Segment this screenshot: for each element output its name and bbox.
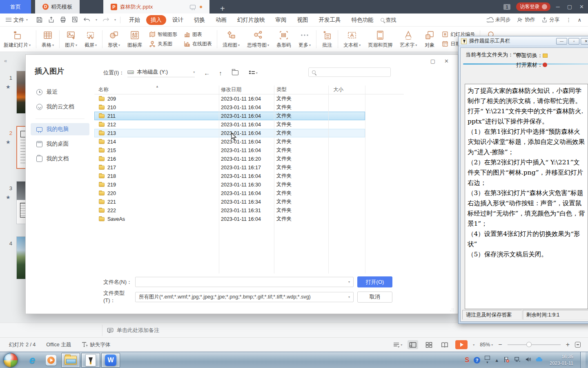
cancel-button[interactable]: 取消 [357, 292, 392, 303]
tab-document[interactable]: P 森林防火.pptx [103, 0, 209, 13]
word-art-button[interactable]: 艺术字▾ [396, 28, 421, 51]
wps-taskbar-button[interactable]: W [101, 353, 120, 368]
open-material-label[interactable]: 打开素材： [516, 62, 547, 68]
table-row[interactable]: 219 2023-01-11 16:30 文件夹 [94, 180, 365, 189]
panel-restore-button[interactable]: ▫ [568, 38, 579, 45]
dialog-resize-handle[interactable]: .:: [450, 307, 454, 312]
slide-thumbnail-item[interactable]: 4 ★ [0, 236, 25, 279]
media-player-icon[interactable] [42, 352, 60, 368]
flowchart-button[interactable]: 流程图▾ [219, 28, 243, 51]
print-preview-button[interactable] [71, 16, 78, 23]
slide-thumbnail[interactable] [16, 126, 25, 169]
dialog-sidebar-item[interactable]: 我的桌面 [31, 138, 89, 150]
save-button[interactable] [36, 16, 43, 23]
more-commands-caret[interactable]: ▾ [114, 18, 116, 22]
comment-button[interactable]: 批注 [318, 28, 336, 51]
missing-font-button[interactable]: 缺失字体 [82, 341, 110, 348]
online-chart-button[interactable]: 在线图表 [184, 40, 212, 47]
panel-minimize-button[interactable]: — [556, 38, 567, 45]
table-row[interactable]: 215 2023-01-11 16:04 文件夹 [94, 146, 365, 155]
share-button[interactable]: 分享 [541, 16, 559, 23]
volume-tray-icon[interactable] [525, 357, 531, 364]
table-row[interactable]: 217 2023-01-11 16:17 文件夹 [94, 163, 365, 172]
fit-slide-button[interactable] [575, 342, 581, 348]
task-helper-titlebar[interactable]: 操作题提示工具栏 — ▫ ✕ [459, 36, 588, 46]
barcode-button[interactable]: 条形码 [273, 28, 295, 51]
present-monitor-icon[interactable] [190, 5, 196, 9]
panel-close-button[interactable]: ✕ [581, 38, 588, 45]
new-tab-button[interactable]: + [220, 4, 225, 13]
action-center-flag-icon[interactable] [503, 357, 510, 364]
output-button[interactable] [48, 16, 55, 23]
dialog-sidebar-item[interactable]: 我的文档 [31, 153, 89, 165]
ribbon-tab[interactable]: 审阅 [271, 15, 291, 25]
view-reading-button[interactable] [439, 340, 450, 349]
dialog-maximize-button[interactable]: ▢ [430, 58, 435, 64]
zoom-slider-knob[interactable] [526, 342, 532, 347]
maximize-button[interactable]: ▢ [567, 4, 572, 10]
view-mode-button[interactable]: ▾ [249, 70, 258, 75]
filename-input[interactable]: ▾ [135, 277, 354, 287]
table-button[interactable]: 表格▾ [38, 28, 58, 51]
tab-home[interactable]: 首页 [0, 0, 31, 13]
guest-login-button[interactable]: 访客登录 [516, 2, 550, 11]
new-slide-button[interactable]: 新建幻灯片▾ [0, 28, 34, 51]
language-tray-icon[interactable]: ▾ [485, 356, 490, 364]
undo-button[interactable] [83, 17, 91, 23]
filetype-select[interactable]: 所有图片(*.emf;*.wmf;*.jpg;*.jpeg;*.jpe;*.pn… [135, 292, 354, 302]
ribbon-tab[interactable]: 开始 [125, 15, 145, 25]
view-normal-button[interactable] [408, 340, 418, 349]
table-row[interactable]: 210 2023-01-11 16:04 文件夹 [94, 103, 365, 112]
notes-toggle-button[interactable]: ▾ [393, 342, 402, 348]
dialog-search-input[interactable] [308, 67, 391, 77]
slide-thumbnail[interactable] [16, 236, 25, 279]
ribbon-tab[interactable]: 幻灯片放映 [233, 15, 270, 25]
play-options-caret[interactable]: ▾ [473, 343, 474, 347]
slide-thumbnail[interactable] [16, 71, 25, 114]
show-hidden-icons-button[interactable]: ▲ [494, 358, 499, 363]
slide-thumbnail-item[interactable]: 3 ★ [0, 181, 25, 224]
print-button[interactable] [60, 16, 67, 23]
ribbon-tab[interactable]: 特色功能 [347, 15, 378, 25]
ui-switch-label[interactable]: 界面切换： [516, 52, 548, 58]
screenshot-button[interactable]: 截屏▾ [81, 28, 100, 51]
table-row[interactable]: 222 2023-01-11 16:31 文件夹 [94, 206, 365, 215]
smart-graphic-button[interactable]: 智能图形 [149, 31, 177, 38]
header-footer-button[interactable]: 页眉和页脚 [364, 28, 396, 51]
column-size[interactable]: 大小 [328, 86, 365, 93]
slide-thumbnail[interactable] [16, 181, 25, 224]
help-tray-icon[interactable]: ? [474, 357, 480, 364]
minimize-button[interactable]: ─ [556, 4, 560, 10]
open-button[interactable]: 打开(O) [357, 276, 392, 287]
ui-switch-icon[interactable] [543, 54, 548, 58]
up-button[interactable]: ↑ [219, 70, 222, 76]
sync-status[interactable]: 未同步 [487, 16, 511, 23]
slide-thumbnail-item[interactable]: 1 ★ [0, 71, 25, 114]
view-slide-sorter-button[interactable] [423, 340, 434, 349]
table-row[interactable]: SaveAs 2023-01-11 16:04 文件夹 [94, 215, 365, 223]
file-menu-button[interactable]: 文件▾ [0, 16, 32, 24]
object-button[interactable]: 对象 [421, 28, 439, 51]
table-row[interactable]: 221 2023-01-11 16:34 文件夹 [94, 197, 365, 206]
collapse-panel-icon[interactable]: « [4, 58, 7, 64]
taskbar-clock[interactable]: 16:35 2023-01-11 [550, 354, 573, 366]
cloud-tray-icon[interactable] [536, 357, 543, 363]
internet-explorer-icon[interactable]: e [24, 352, 41, 368]
collaborate-button[interactable]: 协作 [517, 16, 535, 23]
table-row[interactable]: 220 2023-01-11 16:04 文件夹 [94, 189, 365, 197]
redo-button[interactable] [102, 17, 109, 23]
icon-library-button[interactable]: 图标库 [124, 28, 146, 51]
notes-placeholder[interactable]: 单击此处添加备注 [107, 327, 159, 334]
zoom-level-button[interactable]: 85%▾ [480, 342, 493, 348]
dialog-close-button[interactable]: ✕ [444, 58, 449, 64]
table-row[interactable]: 216 2023-01-11 16:20 文件夹 [94, 155, 365, 163]
mindmap-button[interactable]: 思维导图▾ [243, 28, 273, 51]
ribbon-tab[interactable]: 切换 [189, 15, 209, 25]
more-button[interactable]: 更多▾ [295, 28, 314, 51]
open-material-icon[interactable] [543, 63, 547, 67]
slideshow-play-button[interactable] [455, 340, 468, 349]
collapse-ribbon-button[interactable]: ∧ [578, 17, 581, 23]
shapes-button[interactable]: 形状▾ [104, 28, 124, 51]
dialog-sidebar-item[interactable]: 最近 [31, 86, 89, 98]
relation-diagram-button[interactable]: 关系图 [149, 40, 177, 47]
